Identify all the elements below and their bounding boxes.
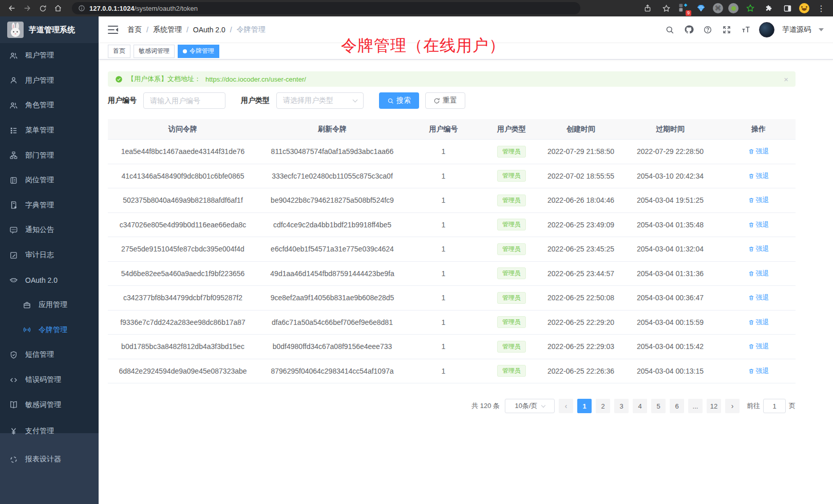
- dictionary-icon: [9, 201, 18, 209]
- sidebar-item-oauth2[interactable]: OAuth 2.0: [0, 267, 99, 293]
- table-row: b0d1785bc3a8482f812db4a3f3bd15ec b0df498…: [108, 335, 796, 359]
- user-id-cell: 1: [407, 147, 480, 156]
- sidebar-item-audit-logs[interactable]: 审计日志: [0, 243, 99, 268]
- sidebar-item-label: 岗位管理: [25, 176, 54, 185]
- help-icon[interactable]: [702, 24, 713, 35]
- reset-button[interactable]: 重置: [425, 92, 465, 109]
- user-id-input[interactable]: [143, 92, 225, 109]
- view-tab[interactable]: 令牌管理: [178, 45, 219, 58]
- force-logout-button[interactable]: 强退: [748, 318, 769, 327]
- sidebar-item-oauth2-apps[interactable]: 应用管理: [0, 293, 99, 318]
- user-id-cell: 1: [407, 245, 480, 253]
- puzzle-extensions-icon[interactable]: [762, 2, 775, 15]
- access-token-cell: 54d6be82ee5a460a9aedc1f9bf223656: [108, 269, 258, 278]
- user-type-tag: 管理员: [497, 341, 526, 353]
- force-logout-button[interactable]: 强退: [748, 269, 769, 278]
- table-header-row: 访问令牌 刷新令牌 用户编号 用户类型 创建时间 过期时间 操作: [108, 119, 796, 140]
- prev-page-button[interactable]: ‹: [559, 399, 573, 413]
- breadcrumb-item[interactable]: 首页: [127, 25, 142, 34]
- page-button[interactable]: 6: [670, 399, 684, 413]
- next-page-button[interactable]: ›: [725, 399, 740, 413]
- user-menu-caret-icon[interactable]: [819, 28, 824, 34]
- sidebar-item-roles[interactable]: 角色管理: [0, 93, 99, 118]
- sidebar-item-sensitive-words[interactable]: 敏感词管理: [0, 392, 99, 417]
- create-time-cell: 2022-07-02 18:55:55: [543, 172, 619, 180]
- sidebar-item-dicts[interactable]: 字典管理: [0, 193, 99, 218]
- sidebar-logo-row[interactable]: 芋道管理系统: [0, 16, 99, 43]
- view-tab[interactable]: 敏感词管理: [134, 45, 175, 58]
- search-button[interactable]: 搜索: [379, 92, 419, 109]
- fullscreen-icon[interactable]: [721, 24, 732, 35]
- sensitive-words-icon: [9, 400, 18, 409]
- force-logout-button[interactable]: 强退: [748, 220, 769, 229]
- sidebar-item-oauth2-tokens[interactable]: 令牌管理: [0, 318, 99, 343]
- bookmark-star-icon[interactable]: [659, 2, 673, 15]
- user-type-tag: 管理员: [497, 365, 526, 377]
- create-time-cell: 2022-06-25 22:26:36: [543, 367, 619, 375]
- side-panel-icon[interactable]: [781, 2, 794, 15]
- sidebar-item-menus[interactable]: 菜单管理: [0, 118, 99, 143]
- user-type-select[interactable]: 请选择用户类型: [276, 92, 364, 109]
- alert-link[interactable]: https://doc.iocoder.cn/user-center/: [205, 75, 306, 83]
- extension-badge-icon[interactable]: 9: [678, 3, 689, 14]
- force-logout-button[interactable]: 强退: [748, 171, 769, 181]
- browser-back-icon[interactable]: [5, 2, 18, 15]
- browser-home-icon[interactable]: [51, 2, 65, 15]
- star-extension-icon[interactable]: [744, 2, 757, 15]
- goto-page-input[interactable]: [763, 399, 786, 413]
- force-logout-button[interactable]: 强退: [748, 147, 769, 156]
- refresh-token-cell: dfa6c71a50a54c66bef706ef9e6e8d81: [258, 318, 407, 326]
- page-button[interactable]: 3: [614, 399, 629, 413]
- sidebar-item-label: 用户管理: [25, 76, 54, 85]
- trash-icon: [748, 270, 754, 277]
- sidebar-item-posts[interactable]: 岗位管理: [0, 168, 99, 193]
- force-logout-button[interactable]: 强退: [748, 196, 769, 205]
- breadcrumb-item[interactable]: OAuth 2.0: [182, 26, 225, 34]
- profile-avatar-icon[interactable]: [799, 3, 809, 13]
- user-avatar[interactable]: [759, 22, 774, 37]
- page-button[interactable]: 12: [707, 399, 721, 413]
- col-user-id: 用户编号: [407, 125, 480, 134]
- page-button[interactable]: 2: [596, 399, 610, 413]
- page-button[interactable]: 4: [633, 399, 647, 413]
- search-icon[interactable]: [664, 24, 675, 35]
- page-button[interactable]: ...: [688, 399, 703, 413]
- force-logout-button[interactable]: 强退: [748, 342, 769, 351]
- browser-menu-icon[interactable]: ⋮: [815, 2, 828, 15]
- sidebar-item-error-codes[interactable]: 错误码管理: [0, 367, 99, 393]
- force-logout-button[interactable]: 强退: [748, 293, 769, 302]
- user-name[interactable]: 芋道源码: [782, 25, 811, 34]
- sidebar-collapse-icon[interactable]: [108, 26, 118, 34]
- sidebar-item-sms[interactable]: 短信管理: [0, 342, 99, 367]
- record-extension-icon[interactable]: [728, 3, 739, 13]
- roles-icon: [9, 101, 18, 110]
- font-size-icon[interactable]: [740, 24, 751, 35]
- access-token-cell: 275e5de9151045fe87cbdc395e004f4d: [108, 245, 258, 253]
- gem-extension-icon[interactable]: [694, 2, 708, 15]
- browser-reload-icon[interactable]: [36, 2, 49, 15]
- sidebar-item-users[interactable]: 用户管理: [0, 68, 99, 93]
- breadcrumb-item[interactable]: 系统管理: [142, 25, 182, 34]
- page-size-select[interactable]: 10条/页: [505, 399, 555, 413]
- force-logout-button[interactable]: 强退: [748, 244, 769, 254]
- command-extension-icon[interactable]: ⌘: [713, 3, 723, 13]
- force-logout-button[interactable]: 强退: [748, 366, 769, 376]
- site-info-icon[interactable]: [78, 5, 85, 12]
- sidebar-item-label: OAuth 2.0: [25, 276, 58, 284]
- sidebar-item-notices[interactable]: 通知公告: [0, 218, 99, 243]
- sidebar-item-pay[interactable]: 支付管理: [0, 417, 99, 445]
- sidebar-item-report-designer[interactable]: 报表设计器: [0, 445, 99, 474]
- page-button[interactable]: 1: [577, 399, 592, 413]
- view-tab[interactable]: 首页: [108, 45, 130, 58]
- sidebar-item-depts[interactable]: 部门管理: [0, 143, 99, 168]
- address-bar[interactable]: 127.0.0.1:1024/system/oauth2/token: [72, 2, 580, 14]
- browser-forward-icon[interactable]: [21, 2, 34, 15]
- trash-icon: [748, 343, 754, 350]
- github-icon[interactable]: [683, 24, 694, 35]
- page-button[interactable]: 5: [651, 399, 666, 413]
- breadcrumb-item[interactable]: 令牌管理: [225, 25, 266, 34]
- share-icon[interactable]: [641, 2, 654, 15]
- refresh-token-cell: e6cfd40eb1f54571a31e775e039c4624: [258, 245, 407, 253]
- alert-close-icon[interactable]: ×: [784, 75, 788, 84]
- sidebar-item-tenants[interactable]: 租户管理: [0, 43, 99, 68]
